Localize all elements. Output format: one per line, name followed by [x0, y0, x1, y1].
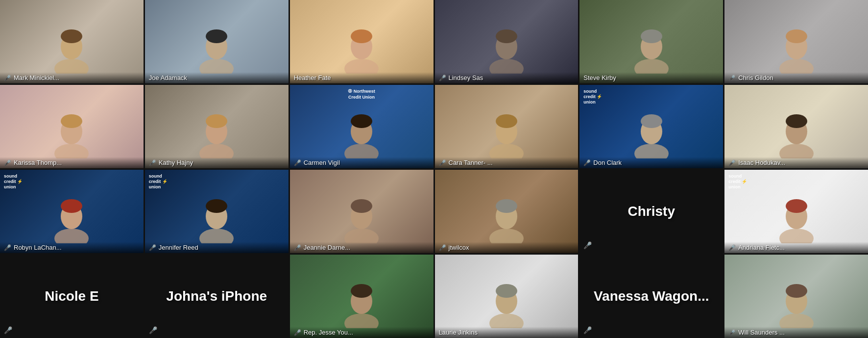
participant-cell-laurie[interactable]: Laurie Jinkins: [435, 255, 579, 338]
svg-point-26: [344, 144, 379, 158]
cell-bg-don: soundcredit ⚡union 🎤Don Clark: [579, 85, 723, 168]
svg-point-10: [496, 29, 517, 43]
participant-cell-vanessa[interactable]: Vanessa Wagon...🎤: [579, 255, 723, 338]
svg-point-29: [489, 144, 524, 158]
name-label-lindsey: 🎤Lindsey Sas: [435, 72, 579, 83]
svg-point-47: [489, 229, 524, 243]
name-text-heather: Heather Fate: [294, 74, 331, 81]
cell-bg-andriana: soundcredit ⚡union 🎤Andriana Fletc...: [724, 170, 868, 253]
participant-cell-mark[interactable]: 🎤Mark Minickiel...: [0, 0, 144, 83]
mute-icon-vanessa: 🎤: [583, 326, 592, 334]
name-text-laurie: Laurie Jinkins: [439, 329, 478, 336]
name-text-karissa: Karissa Thomp...: [14, 159, 62, 166]
name-label-kathy: 🎤Kathy Hajny: [145, 157, 289, 168]
cell-bg-will: 🎤Will Saunders ...: [724, 255, 868, 338]
name-text-cara: Cara Tanner- ...: [449, 159, 493, 166]
participant-cell-heather[interactable]: Heather Fate: [290, 0, 434, 83]
participant-cell-steve[interactable]: Steve Kirby: [579, 0, 723, 83]
cell-bg-mark: 🎤Mark Minickiel...: [0, 0, 144, 83]
name-text-will: Will Saunders ...: [738, 329, 785, 336]
name-label-steve: Steve Kirby: [579, 72, 723, 83]
participant-cell-cara[interactable]: 🎤Cara Tanner- ...: [435, 85, 579, 168]
participant-cell-johna[interactable]: Johna's iPhone🎤: [145, 255, 289, 338]
video-grid: 🎤Mark Minickiel... Joe Adamack Heather F…: [0, 0, 868, 338]
name-text-isaac: Isaac Hodukav...: [738, 159, 785, 166]
cell-bg-isaac: 🎤Isaac Hodukav...: [724, 85, 868, 168]
participant-cell-robyn[interactable]: soundcredit ⚡union 🎤Robyn LaChan...: [0, 170, 144, 253]
name-text-lindsey: Lindsey Sas: [449, 74, 483, 81]
cell-bg-johna: Johna's iPhone🎤: [145, 255, 289, 338]
svg-point-13: [641, 29, 662, 43]
nw-logo: ⦿ NorthwestCredit Union: [348, 89, 375, 100]
cell-bg-nicole: Nicole E🎤: [0, 255, 144, 338]
svg-point-46: [496, 199, 517, 213]
name-text-steve: Steve Kirby: [583, 74, 616, 81]
name-text-andriana: Andriana Fletc...: [738, 244, 785, 251]
participant-cell-jtwilcox[interactable]: 🎤jtwilcox: [435, 170, 579, 253]
svg-point-16: [786, 29, 807, 43]
participant-cell-joe[interactable]: Joe Adamack: [145, 0, 289, 83]
cell-bg-cara: 🎤Cara Tanner- ...: [435, 85, 579, 168]
name-text-carmen: Carmen Vigil: [304, 159, 340, 166]
name-label-heather: Heather Fate: [290, 72, 434, 83]
mute-icon-chris: 🎤: [728, 75, 736, 81]
svg-point-19: [61, 114, 82, 128]
svg-point-44: [344, 229, 379, 243]
svg-point-55: [496, 284, 517, 298]
participant-cell-christy[interactable]: Christy🎤: [579, 170, 723, 253]
participant-cell-jesse[interactable]: 🎤Rep. Jesse You...: [290, 255, 434, 338]
name-label-carmen: 🎤Carmen Vigil: [290, 157, 434, 168]
cell-bg-jtwilcox: 🎤jtwilcox: [435, 170, 579, 253]
participant-cell-kathy[interactable]: 🎤Kathy Hajny: [145, 85, 289, 168]
mute-icon-mark: 🎤: [4, 75, 11, 81]
mute-icon-cara: 🎤: [439, 159, 446, 166]
mute-icon-lindsey: 🎤: [439, 75, 446, 81]
participant-cell-will[interactable]: 🎤Will Saunders ...: [724, 255, 868, 338]
svg-point-32: [634, 144, 669, 158]
cell-bg-christy: Christy🎤: [579, 170, 723, 253]
mute-icon-isaac: 🎤: [728, 159, 736, 166]
cell-bg-karissa: 🎤Karissa Thomp...: [0, 85, 144, 168]
mute-icon-andriana: 🎤: [728, 244, 736, 251]
svg-point-7: [351, 29, 372, 43]
cell-bg-steve: Steve Kirby: [579, 0, 723, 83]
mute-icon-jeannie: 🎤: [294, 244, 301, 251]
svg-point-59: [779, 313, 814, 328]
svg-point-1: [61, 29, 82, 43]
participant-cell-isaac[interactable]: 🎤Isaac Hodukav...: [724, 85, 868, 168]
participant-cell-chris[interactable]: 🎤Chris Gildon: [724, 0, 868, 83]
name-label-cara: 🎤Cara Tanner- ...: [435, 157, 579, 168]
big-name-christy: Christy: [628, 204, 675, 219]
mute-icon-jesse: 🎤: [294, 329, 301, 336]
cell-bg-jeannie: 🎤Jeannie Darne...: [290, 170, 434, 253]
mute-icon-karissa: 🎤: [4, 159, 11, 166]
big-name-johna: Johna's iPhone: [166, 288, 267, 304]
svg-point-20: [54, 144, 89, 158]
svg-point-34: [786, 114, 807, 128]
cell-bg-lindsey: 🎤Lindsey Sas: [435, 0, 579, 83]
participant-cell-carmen[interactable]: ⦿ NorthwestCredit Union 🎤Carmen Vigil: [290, 85, 434, 168]
cell-bg-kathy: 🎤Kathy Hajny: [145, 85, 289, 168]
scu-logo: soundcredit ⚡union: [583, 89, 602, 104]
svg-point-25: [351, 114, 372, 128]
svg-point-50: [779, 229, 814, 243]
svg-point-43: [351, 199, 372, 213]
svg-point-23: [199, 144, 234, 158]
participant-cell-nicole[interactable]: Nicole E🎤: [0, 255, 144, 338]
scu-logo: soundcredit ⚡union: [728, 174, 747, 189]
participant-cell-jeannie[interactable]: 🎤Jeannie Darne...: [290, 170, 434, 253]
participant-cell-jennifer[interactable]: soundcredit ⚡union 🎤Jennifer Reed: [145, 170, 289, 253]
mute-icon-carmen: 🎤: [294, 159, 301, 166]
mute-icon-johna: 🎤: [149, 326, 157, 334]
participant-cell-andriana[interactable]: soundcredit ⚡union 🎤Andriana Fletc...: [724, 170, 868, 253]
cell-bg-robyn: soundcredit ⚡union 🎤Robyn LaChan...: [0, 170, 144, 253]
participant-cell-lindsey[interactable]: 🎤Lindsey Sas: [435, 0, 579, 83]
svg-point-31: [641, 114, 662, 128]
name-text-robyn: Robyn LaChan...: [14, 244, 62, 251]
svg-point-4: [206, 29, 227, 43]
participant-cell-don[interactable]: soundcredit ⚡union 🎤Don Clark: [579, 85, 723, 168]
participant-cell-karissa[interactable]: 🎤Karissa Thomp...: [0, 85, 144, 168]
name-label-karissa: 🎤Karissa Thomp...: [0, 157, 144, 168]
name-text-chris: Chris Gildon: [738, 74, 773, 81]
svg-point-37: [61, 199, 82, 213]
